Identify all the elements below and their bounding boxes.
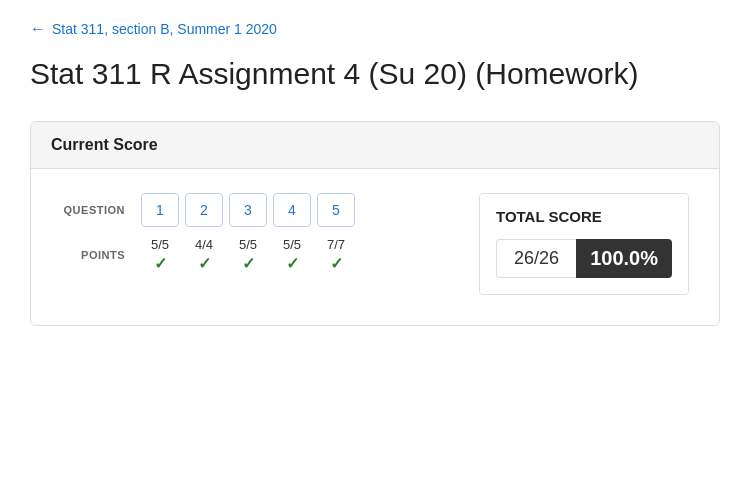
question-cell-4: 4 (273, 193, 311, 227)
question-number-1: 1 (156, 202, 164, 218)
check-icon-2: ✓ (198, 254, 211, 273)
question-number-4: 4 (288, 202, 296, 218)
total-score-box: TOTAL SCORE 26/26 100.0% (479, 193, 689, 295)
points-row: POINTS 5/5 ✓ 4/4 ✓ 5/5 ✓ (61, 237, 449, 273)
points-cell-5: 7/7 ✓ (317, 237, 355, 273)
check-icon-4: ✓ (286, 254, 299, 273)
back-arrow-icon: ← (30, 20, 46, 38)
question-cell-1: 1 (141, 193, 179, 227)
question-number-5: 5 (332, 202, 340, 218)
points-label: POINTS (61, 249, 141, 261)
score-card: Current Score QUESTION 1 2 3 (30, 121, 720, 326)
page-title: Stat 311 R Assignment 4 (Su 20) (Homewor… (30, 54, 720, 93)
check-icon-1: ✓ (154, 254, 167, 273)
page-container: ← Stat 311, section B, Summer 1 2020 Sta… (0, 0, 750, 346)
question-cell-5: 5 (317, 193, 355, 227)
points-value-3: 5/5 (239, 237, 257, 252)
points-cell-1: 5/5 ✓ (141, 237, 179, 273)
question-number-3: 3 (244, 202, 252, 218)
question-label: QUESTION (61, 204, 141, 216)
score-card-body: QUESTION 1 2 3 4 (31, 169, 719, 325)
question-cell-2: 2 (185, 193, 223, 227)
points-value-5: 7/7 (327, 237, 345, 252)
points-value-2: 4/4 (195, 237, 213, 252)
score-card-header: Current Score (31, 122, 719, 169)
questions-section: QUESTION 1 2 3 4 (61, 193, 449, 283)
points-value-1: 5/5 (151, 237, 169, 252)
questions-row: QUESTION 1 2 3 4 (61, 193, 449, 227)
points-value-4: 5/5 (283, 237, 301, 252)
check-icon-3: ✓ (242, 254, 255, 273)
check-icon-5: ✓ (330, 254, 343, 273)
question-cell-3: 3 (229, 193, 267, 227)
score-percent: 100.0% (576, 239, 672, 278)
score-fraction: 26/26 (496, 239, 576, 278)
points-cells: 5/5 ✓ 4/4 ✓ 5/5 ✓ 5/5 ✓ (141, 237, 355, 273)
total-score-values: 26/26 100.0% (496, 239, 672, 278)
points-cell-2: 4/4 ✓ (185, 237, 223, 273)
points-cell-4: 5/5 ✓ (273, 237, 311, 273)
total-score-label: TOTAL SCORE (496, 208, 602, 225)
back-link-label: Stat 311, section B, Summer 1 2020 (52, 21, 277, 37)
question-number-2: 2 (200, 202, 208, 218)
question-cells: 1 2 3 4 5 (141, 193, 355, 227)
back-link[interactable]: ← Stat 311, section B, Summer 1 2020 (30, 20, 720, 38)
current-score-heading: Current Score (51, 136, 158, 153)
points-cell-3: 5/5 ✓ (229, 237, 267, 273)
